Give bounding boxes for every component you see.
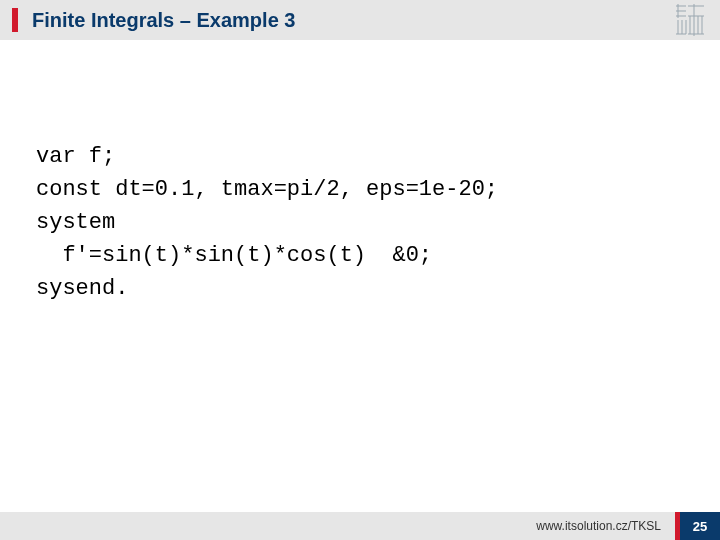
page-number: 25 bbox=[680, 512, 720, 540]
slide-header: Finite Integrals – Example 3 bbox=[0, 0, 720, 40]
code-line: system bbox=[36, 210, 115, 235]
slide-footer: www.itsolution.cz/TKSL 25 bbox=[0, 512, 720, 540]
page-title: Finite Integrals – Example 3 bbox=[32, 9, 295, 32]
code-line: f'=sin(t)*sin(t)*cos(t) &0; bbox=[36, 243, 432, 268]
code-block: var f; const dt=0.1, tmax=pi/2, eps=1e-2… bbox=[36, 140, 684, 305]
code-line: sysend. bbox=[36, 276, 128, 301]
logo-icon bbox=[674, 4, 706, 40]
footer-bar: www.itsolution.cz/TKSL bbox=[0, 512, 675, 540]
accent-bar bbox=[12, 8, 18, 32]
slide: Finite Integrals – Example 3 bbox=[0, 0, 720, 540]
slide-content: var f; const dt=0.1, tmax=pi/2, eps=1e-2… bbox=[0, 40, 720, 512]
code-line: var f; bbox=[36, 144, 115, 169]
footer-url: www.itsolution.cz/TKSL bbox=[536, 519, 661, 533]
code-line: const dt=0.1, tmax=pi/2, eps=1e-20; bbox=[36, 177, 498, 202]
